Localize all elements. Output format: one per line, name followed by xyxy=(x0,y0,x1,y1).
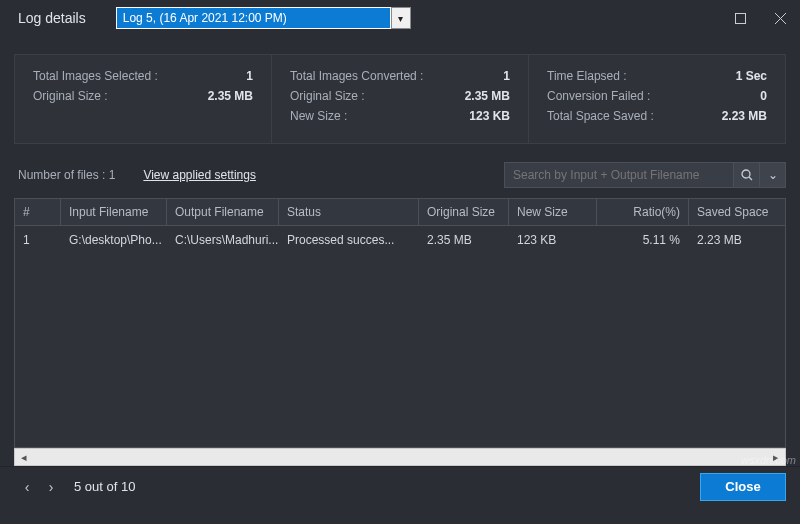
stat-value: 0 xyxy=(760,89,767,103)
file-count-label: Number of files : 1 xyxy=(18,168,115,182)
stat-value: 1 xyxy=(503,69,510,83)
col-num[interactable]: # xyxy=(15,199,61,225)
stat-value: 2.23 MB xyxy=(722,109,767,123)
view-settings-link[interactable]: View applied settings xyxy=(143,168,256,182)
cell-nsize: 123 KB xyxy=(509,226,597,254)
svg-line-4 xyxy=(749,177,752,180)
cell-input: G:\desktop\Pho... xyxy=(61,226,167,254)
table-row[interactable]: 1 G:\desktop\Pho... C:\Users\Madhuri... … xyxy=(15,226,785,254)
col-saved[interactable]: Saved Space xyxy=(689,199,785,225)
search-box: ⌄ xyxy=(504,162,786,188)
log-select-value[interactable]: Log 5, (16 Apr 2021 12:00 PM) xyxy=(116,7,391,29)
stat-label: Total Images Selected : xyxy=(33,69,158,83)
results-table: # Input Filename Output Filename Status … xyxy=(14,198,786,448)
cell-status: Processed succes... xyxy=(279,226,419,254)
col-output[interactable]: Output Filename xyxy=(167,199,279,225)
stat-value: 1 Sec xyxy=(736,69,767,83)
stat-label: Original Size : xyxy=(290,89,365,103)
search-input[interactable] xyxy=(504,162,734,188)
horizontal-scrollbar[interactable]: ◂ ▸ xyxy=(14,448,786,466)
col-status[interactable]: Status xyxy=(279,199,419,225)
table-body: 1 G:\desktop\Pho... C:\Users\Madhuri... … xyxy=(14,226,786,448)
cell-saved: 2.23 MB xyxy=(689,226,785,254)
stats-panel: Total Images Selected :1 Original Size :… xyxy=(14,54,786,144)
stat-value: 123 KB xyxy=(469,109,510,123)
scroll-left-icon[interactable]: ◂ xyxy=(15,449,33,465)
stat-value: 2.35 MB xyxy=(208,89,253,103)
stats-col-summary: Time Elapsed :1 Sec Conversion Failed :0… xyxy=(529,55,785,143)
close-button[interactable]: Close xyxy=(700,473,786,501)
svg-rect-0 xyxy=(735,13,745,23)
stat-label: Conversion Failed : xyxy=(547,89,650,103)
stats-col-selected: Total Images Selected :1 Original Size :… xyxy=(15,55,272,143)
prev-icon[interactable]: ‹ xyxy=(18,475,36,499)
pager-label: 5 out of 10 xyxy=(74,479,135,494)
svg-point-3 xyxy=(742,170,750,178)
chevron-down-icon[interactable]: ⌄ xyxy=(760,162,786,188)
stat-label: Original Size : xyxy=(33,89,108,103)
maximize-icon[interactable] xyxy=(720,3,760,33)
col-original-size[interactable]: Original Size xyxy=(419,199,509,225)
window-controls xyxy=(720,3,800,33)
col-new-size[interactable]: New Size xyxy=(509,199,597,225)
search-icon[interactable] xyxy=(734,162,760,188)
stat-label: Time Elapsed : xyxy=(547,69,627,83)
footer: ‹ › 5 out of 10 Close xyxy=(0,466,800,506)
stat-label: Total Space Saved : xyxy=(547,109,654,123)
watermark: wsxdn.com xyxy=(741,454,796,466)
table-header: # Input Filename Output Filename Status … xyxy=(14,198,786,226)
stat-value: 1 xyxy=(246,69,253,83)
cell-output: C:\Users\Madhuri... xyxy=(167,226,279,254)
stat-value: 2.35 MB xyxy=(465,89,510,103)
col-ratio[interactable]: Ratio(%) xyxy=(597,199,689,225)
cell-osize: 2.35 MB xyxy=(419,226,509,254)
next-icon[interactable]: › xyxy=(42,475,60,499)
col-input[interactable]: Input Filename xyxy=(61,199,167,225)
log-select[interactable]: Log 5, (16 Apr 2021 12:00 PM) ▾ xyxy=(116,7,411,29)
close-icon[interactable] xyxy=(760,3,800,33)
toolbar: Number of files : 1 View applied setting… xyxy=(0,158,800,198)
cell-ratio: 5.11 % xyxy=(597,226,689,254)
stats-col-converted: Total Images Converted :1 Original Size … xyxy=(272,55,529,143)
stat-label: Total Images Converted : xyxy=(290,69,423,83)
titlebar: Log details Log 5, (16 Apr 2021 12:00 PM… xyxy=(0,0,800,36)
cell-num: 1 xyxy=(15,226,61,254)
dropdown-icon[interactable]: ▾ xyxy=(391,7,411,29)
stat-label: New Size : xyxy=(290,109,347,123)
window-title: Log details xyxy=(18,10,86,26)
